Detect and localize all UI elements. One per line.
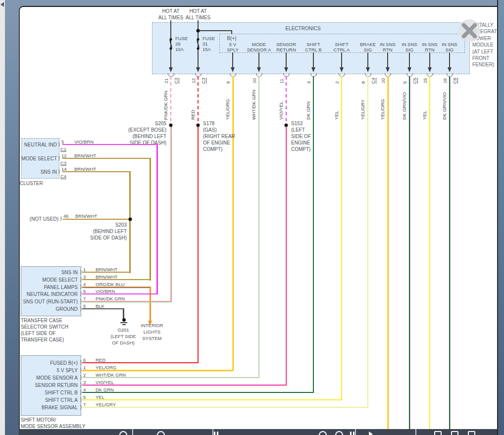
- col-in-sns-rtn-2-2: RTN: [425, 47, 434, 52]
- toolbar-circle-icon[interactable]: [157, 431, 165, 435]
- down-arrow-icon: [428, 67, 432, 72]
- wire-ground-v: [123, 308, 124, 319]
- stub: [341, 52, 342, 67]
- cluster-conn-c4: C4: [60, 174, 66, 179]
- splice-s178-l4: COMPT): [203, 146, 222, 152]
- collapse-panel-icon[interactable]: [0, 2, 4, 7]
- wire-brn-wht-h1: [62, 158, 151, 159]
- switch-row-panel-lamps: PANEL LAMPS: [44, 284, 78, 290]
- hot-label-1-line1: HOT AT: [162, 8, 179, 14]
- splice-s203-name: S203: [115, 222, 127, 228]
- wire-wht-dk-grn: [258, 76, 260, 378]
- wire-mode-sensor-a-h: [82, 377, 259, 379]
- hot-label-2-line1: HOT AT: [189, 8, 206, 14]
- pin-label: 3: [306, 81, 312, 84]
- pin-bracket: ): [80, 359, 82, 366]
- col-shift-ctrl-b-2: CTRL B: [305, 47, 321, 52]
- ground-icon-bar2: [122, 324, 126, 325]
- cluster-row-mode-select: MODE SELECT: [21, 155, 57, 162]
- motor-row-fused-b: FUSED B(+): [50, 360, 78, 366]
- wire-color-label: RED: [190, 110, 196, 120]
- wire-panel-lamps-v: [150, 287, 151, 321]
- toolbar-circle-icon[interactable]: [119, 431, 127, 435]
- stub: [449, 52, 450, 67]
- wire-brn-wht-v1: [150, 158, 151, 281]
- switch-label-l3: (LEFT SIDE OF: [21, 331, 55, 336]
- col-in-sns-rtn-1: IN SNS: [380, 42, 396, 47]
- pin-bracket: ): [80, 374, 82, 381]
- connector-label: C3: [201, 78, 206, 84]
- splice-s203-dot: [129, 218, 132, 221]
- wire-red-dashed: [198, 76, 199, 125]
- motor-row-5v-sply: 5 V SPLY: [56, 367, 78, 374]
- cluster-row-neutral-ind: NEUTRAL IND: [24, 142, 57, 148]
- pin-bracket: ): [80, 298, 82, 304]
- wire-color-label: YEL/GRY: [360, 99, 366, 120]
- toolbar-divider: [212, 429, 213, 435]
- stub: [258, 52, 259, 67]
- ground-name: G201: [117, 327, 129, 333]
- pin-bracket: ): [80, 305, 82, 312]
- toolbar-pause-icon[interactable]: [353, 432, 354, 435]
- toolbar-arrow-icon[interactable]: [369, 432, 373, 435]
- pin-label: 10: [252, 78, 257, 84]
- splice-s178-l2: (RIGHT REAR: [203, 134, 235, 139]
- wire-color-label: DK GRN: [305, 101, 311, 120]
- not-used-pin: 46: [63, 213, 69, 219]
- pin-label: 5: [402, 81, 408, 84]
- toolbar-pause-icon[interactable]: [217, 432, 218, 435]
- wire-color-label: YEL/ORG: [380, 99, 386, 120]
- not-used-wire: BRN/WHT: [75, 213, 97, 219]
- switch-row-neutral-indicator: NEUTRAL INDICATOR: [27, 291, 78, 297]
- pin-label: 10: [380, 78, 386, 84]
- close-button[interactable]: [458, 19, 481, 42]
- col-in-sns-sig-1: IN SNS: [402, 42, 417, 47]
- connector-label: C8: [452, 78, 458, 84]
- wire-vio-brn-v: [156, 144, 158, 294]
- wire-pnk-dk-grn-dashed: [170, 76, 172, 125]
- splice-s178-l1: (GAS): [203, 127, 217, 133]
- wire-shift-ctrl-a-h: [82, 399, 342, 401]
- col-mode-sensor-a-2: SENSOR A: [247, 47, 271, 52]
- left-gutter: [0, 0, 5, 435]
- tipm-module-l7: FENDER): [472, 62, 494, 67]
- toolbar-circle-icon[interactable]: [319, 431, 327, 435]
- col-shift-ctrl-b: SHIFT: [306, 42, 320, 47]
- toolbar-circle-icon[interactable]: [335, 431, 343, 435]
- toolbar-square-icon[interactable]: [434, 431, 442, 435]
- pin-bracket: ): [80, 396, 82, 403]
- col-sensor-return-2: RETURN: [276, 47, 296, 52]
- wire-ground-h: [82, 308, 124, 310]
- col-in-sns-sig-2: IN SNS: [442, 42, 457, 47]
- splice-s203-l1: (BEHIND LEFT: [93, 229, 127, 234]
- toolbar-square-icon[interactable]: [468, 431, 475, 435]
- col-mode-sensor-a: MODE: [252, 42, 266, 47]
- interior-lights-l1: INTERIOR: [141, 323, 163, 328]
- stub: [286, 52, 287, 67]
- pin-label: 12: [191, 78, 197, 84]
- col-in-sns-sig-2-2: SIG: [446, 47, 454, 52]
- toolbar-square-icon[interactable]: [451, 431, 458, 435]
- tipm-module-l6: FRONT: [472, 55, 489, 61]
- pin-bracket: ): [80, 290, 82, 297]
- ground-icon-bar: [120, 322, 127, 323]
- toolbar-pause-icon[interactable]: [214, 432, 215, 435]
- pin-bracket: ): [58, 141, 60, 147]
- switch-row-mode-select: MODE SELECT: [42, 277, 78, 283]
- toolbar-divider: [415, 429, 416, 435]
- toolbar-pause-icon[interactable]: [350, 432, 352, 435]
- junction-dot: [197, 29, 200, 33]
- motor-row-shift-ctrl-b: SHIFT CTRL B: [45, 389, 78, 396]
- switch-row-sns-out: SNS OUT (RUN-START): [23, 298, 78, 305]
- pin-bracket: ): [80, 276, 82, 283]
- col-sensor-return: SENSOR: [276, 42, 296, 47]
- stub: [367, 52, 368, 67]
- col-5v-sply-2: SPLY: [227, 47, 239, 52]
- interior-lights-l3: SYSTEM: [142, 336, 161, 341]
- pin-bracket: ): [58, 155, 60, 161]
- wire-vio-brn-h: [62, 144, 158, 145]
- hot-label-2-line2: ALL TIMES: [186, 15, 211, 20]
- down-arrow-icon: [284, 67, 288, 72]
- pin-bracket: ): [80, 284, 82, 290]
- fuse29-amps: 10A: [175, 47, 184, 52]
